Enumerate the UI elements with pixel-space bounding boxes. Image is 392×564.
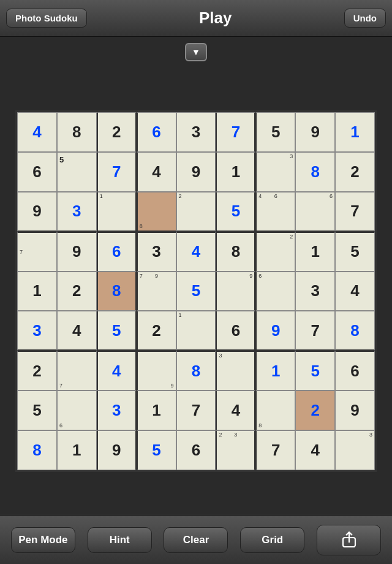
cell-r2-c3[interactable]: 7 — [97, 152, 137, 192]
cell-r5-c5[interactable]: 5 — [176, 272, 216, 311]
cell-r1-c3[interactable]: 2 — [97, 112, 137, 152]
cell-r4-c5[interactable]: 4 — [176, 232, 216, 272]
cell-value: 6 — [192, 441, 200, 460]
pencil-mark: 8 — [258, 423, 262, 429]
cell-r3-c3[interactable]: 1 — [97, 192, 137, 232]
cell-r9-c5[interactable]: 6 — [176, 430, 216, 470]
cell-r1-c9[interactable]: 1 — [335, 112, 375, 152]
cell-r1-c4[interactable]: 6 — [137, 112, 176, 152]
cell-r6-c9[interactable]: 8 — [335, 311, 375, 351]
cell-r3-c7[interactable]: 46 — [255, 192, 295, 232]
cell-r5-c8[interactable]: 3 — [295, 272, 335, 311]
cell-r2-c2[interactable]: 5 — [57, 152, 97, 192]
cell-r6-c6[interactable]: 6 — [216, 311, 255, 351]
cell-r6-c1[interactable]: 3 — [17, 311, 57, 351]
cell-r3-c9[interactable]: 7 — [335, 192, 375, 232]
cell-r4-c7[interactable]: 2 — [255, 232, 295, 272]
cell-r1-c1[interactable]: 4 — [17, 112, 57, 152]
dropdown-button[interactable]: ▼ — [185, 43, 207, 61]
cell-r9-c2[interactable]: 1 — [57, 430, 97, 470]
cell-r8-c6[interactable]: 4 — [216, 391, 255, 430]
cell-r7-c1[interactable]: 2 — [17, 351, 57, 391]
cell-r5-c1[interactable]: 1 — [17, 272, 57, 311]
cell-r8-c3[interactable]: 3 — [97, 391, 137, 430]
cell-r6-c4[interactable]: 2 — [137, 311, 176, 351]
cell-r5-c4[interactable]: 79 — [137, 272, 176, 311]
cell-r6-c5[interactable]: 1 — [176, 311, 216, 351]
cell-value: 7 — [112, 162, 121, 181]
clear-button[interactable]: Clear — [164, 527, 228, 553]
cell-r4-c8[interactable]: 1 — [295, 232, 335, 272]
cell-r1-c8[interactable]: 9 — [295, 112, 335, 152]
cell-value: 1 — [311, 242, 319, 261]
cell-r4-c9[interactable]: 5 — [335, 232, 375, 272]
cell-r7-c7[interactable]: 1 — [255, 351, 295, 391]
cell-r7-c5[interactable]: 8 — [176, 351, 216, 391]
cell-r2-c8[interactable]: 8 — [295, 152, 335, 192]
cell-r4-c4[interactable]: 3 — [137, 232, 176, 272]
cell-r3-c6[interactable]: 5 — [216, 192, 255, 232]
cell-r8-c4[interactable]: 1 — [137, 391, 176, 430]
cell-r6-c7[interactable]: 9 — [255, 311, 295, 351]
cell-r9-c6[interactable]: 23 — [216, 430, 255, 470]
cell-r4-c2[interactable]: 9 — [57, 232, 97, 272]
cell-r5-c9[interactable]: 4 — [335, 272, 375, 311]
cell-r2-c9[interactable]: 2 — [335, 152, 375, 192]
cell-r4-c6[interactable]: 8 — [216, 232, 255, 272]
cell-r9-c4[interactable]: 5 — [137, 430, 176, 470]
cell-r2-c5[interactable]: 9 — [176, 152, 216, 192]
cell-value: 5 — [350, 242, 359, 261]
pen-mode-button[interactable]: Pen Mode — [11, 527, 75, 553]
cell-value: 9 — [192, 162, 200, 181]
cell-r7-c3[interactable]: 4 — [97, 351, 137, 391]
cell-r4-c3[interactable]: 6 — [97, 232, 137, 272]
cell-r9-c3[interactable]: 9 — [97, 430, 137, 470]
cell-r3-c1[interactable]: 9 — [17, 192, 57, 232]
cell-r1-c6[interactable]: 7 — [216, 112, 255, 152]
cell-r3-c2[interactable]: 3 — [57, 192, 97, 232]
cell-r5-c2[interactable]: 2 — [57, 272, 97, 311]
cell-r2-c1[interactable]: 6 — [17, 152, 57, 192]
cell-r3-c4[interactable]: 8 — [137, 192, 176, 232]
cell-r8-c1[interactable]: 5 — [17, 391, 57, 430]
cell-r9-c7[interactable]: 7 — [255, 430, 295, 470]
cell-r8-c5[interactable]: 7 — [176, 391, 216, 430]
cell-r2-c6[interactable]: 1 — [216, 152, 255, 192]
cell-r9-c9[interactable]: 3 — [335, 430, 375, 470]
cell-r2-c7[interactable]: 3 — [255, 152, 295, 192]
cell-r6-c3[interactable]: 5 — [97, 311, 137, 351]
cell-r3-c8[interactable]: 6 — [295, 192, 335, 232]
cell-value: 5 — [311, 362, 319, 381]
hint-button[interactable]: Hint — [88, 527, 152, 553]
cell-r9-c1[interactable]: 8 — [17, 430, 57, 470]
photo-sudoku-button[interactable]: Photo Sudoku — [6, 9, 87, 28]
cell-r2-c4[interactable]: 4 — [137, 152, 176, 192]
cell-r3-c5[interactable]: 2 — [176, 192, 216, 232]
share-button[interactable] — [317, 525, 381, 555]
cell-r5-c6[interactable]: 9 — [216, 272, 255, 311]
cell-r1-c7[interactable]: 5 — [255, 112, 295, 152]
cell-r6-c2[interactable]: 4 — [57, 311, 97, 351]
cell-r7-c4[interactable]: 9 — [137, 351, 176, 391]
cell-r7-c2[interactable]: 7 — [57, 351, 97, 391]
undo-button[interactable]: Undo — [344, 9, 386, 28]
cell-r5-c3[interactable]: 8 — [97, 272, 137, 311]
cell-r1-c2[interactable]: 8 — [57, 112, 97, 152]
cell-r4-c1[interactable]: 7 — [17, 232, 57, 272]
cell-r9-c8[interactable]: 4 — [295, 430, 335, 470]
cell-r7-c8[interactable]: 5 — [295, 351, 335, 391]
cell-r6-c8[interactable]: 7 — [295, 311, 335, 351]
cell-r5-c7[interactable]: 6 — [255, 272, 295, 311]
grid-button[interactable]: Grid — [240, 527, 304, 553]
cell-r7-c9[interactable]: 6 — [335, 351, 375, 391]
cell-r8-c8[interactable]: 2 — [295, 391, 335, 430]
cell-r1-c5[interactable]: 3 — [176, 112, 216, 152]
pencil-mark: 2 — [290, 234, 293, 240]
cell-r8-c9[interactable]: 9 — [335, 391, 375, 430]
cell-r8-c7[interactable]: 8 — [255, 391, 295, 430]
cell-r7-c6[interactable]: 3 — [216, 351, 255, 391]
cell-value: 9 — [112, 441, 121, 460]
cell-value: 1 — [72, 441, 81, 460]
pencil-mark: 1 — [179, 313, 182, 318]
cell-r8-c2[interactable]: 6 — [57, 391, 97, 430]
